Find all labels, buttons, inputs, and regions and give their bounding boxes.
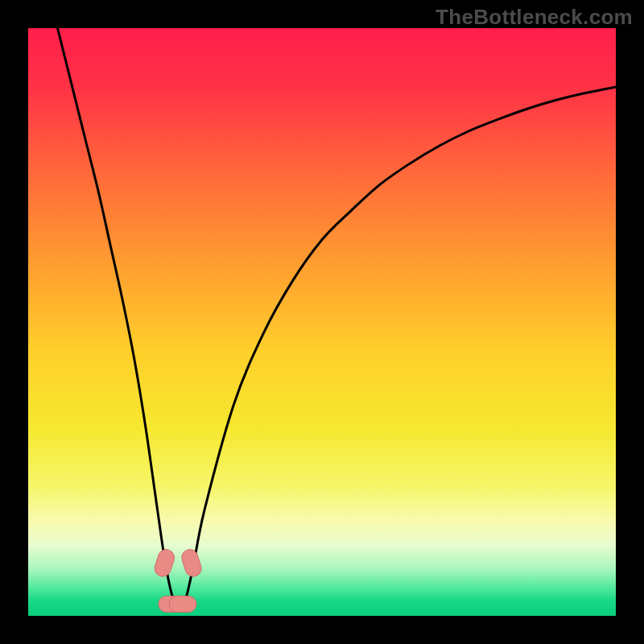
svg-rect-2 [169,596,196,612]
plot-area [28,28,616,616]
bottleneck-chart [28,28,616,616]
marker-valley-right [169,596,196,612]
gradient-background [28,28,616,616]
outer-frame: TheBottleneck.com [0,0,644,644]
watermark-text: TheBottleneck.com [436,5,633,30]
